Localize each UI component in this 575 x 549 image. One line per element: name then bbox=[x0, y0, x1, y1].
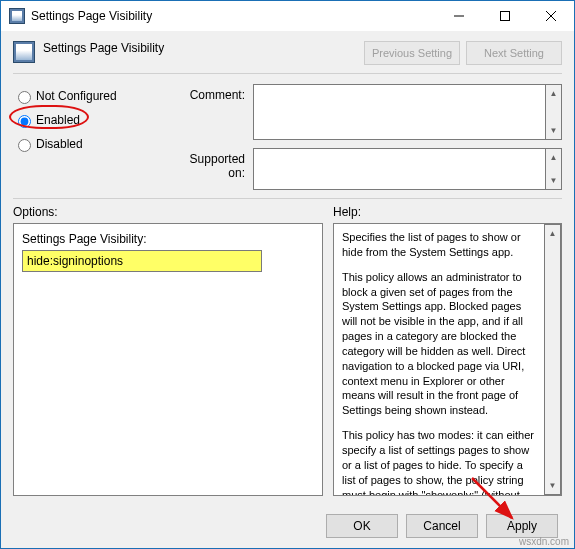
help-header-label: Help: bbox=[333, 205, 562, 219]
radio-disabled-input[interactable] bbox=[18, 139, 31, 152]
app-icon bbox=[9, 8, 25, 24]
apply-button[interactable]: Apply bbox=[486, 514, 558, 538]
maximize-button[interactable] bbox=[482, 1, 528, 31]
radio-enabled-input[interactable] bbox=[18, 115, 31, 128]
help-paragraph: This policy has two modes: it can either… bbox=[342, 428, 536, 495]
options-pane: Settings Page Visibility: bbox=[13, 223, 323, 496]
supported-scrollbar[interactable]: ▲ ▼ bbox=[545, 148, 562, 190]
help-scrollbar[interactable]: ▲ ▼ bbox=[544, 224, 561, 495]
help-text: Specifies the list of pages to show or h… bbox=[334, 224, 544, 495]
scroll-up-icon[interactable]: ▲ bbox=[545, 225, 560, 242]
watermark: wsxdn.com bbox=[519, 536, 569, 547]
radio-label: Not Configured bbox=[36, 89, 117, 103]
help-paragraph: This policy allows an administrator to b… bbox=[342, 270, 536, 418]
options-field-label: Settings Page Visibility: bbox=[22, 232, 314, 246]
scroll-track[interactable] bbox=[546, 102, 561, 122]
settings-visibility-input[interactable] bbox=[22, 250, 262, 272]
previous-setting-button[interactable]: Previous Setting bbox=[364, 41, 460, 65]
radio-label: Enabled bbox=[36, 113, 80, 127]
radio-enabled[interactable]: Enabled bbox=[13, 108, 173, 132]
comment-label: Comment: bbox=[173, 84, 253, 102]
supported-textarea bbox=[253, 148, 545, 190]
next-setting-button[interactable]: Next Setting bbox=[466, 41, 562, 65]
minimize-button[interactable] bbox=[436, 1, 482, 31]
comment-textarea[interactable] bbox=[253, 84, 545, 140]
radio-label: Disabled bbox=[36, 137, 83, 151]
scroll-down-icon[interactable]: ▼ bbox=[546, 122, 561, 139]
scroll-up-icon[interactable]: ▲ bbox=[546, 85, 561, 102]
radio-disabled[interactable]: Disabled bbox=[13, 132, 173, 156]
header-section: Settings Page Visibility Previous Settin… bbox=[1, 31, 574, 73]
help-pane: Specifies the list of pages to show or h… bbox=[333, 223, 562, 496]
titlebar: Settings Page Visibility bbox=[1, 1, 574, 31]
cancel-button[interactable]: Cancel bbox=[406, 514, 478, 538]
policy-icon bbox=[13, 41, 35, 63]
scroll-down-icon[interactable]: ▼ bbox=[545, 477, 560, 494]
state-radios: Not Configured Enabled Disabled bbox=[13, 84, 173, 198]
radio-not-configured-input[interactable] bbox=[18, 91, 31, 104]
supported-label: Supported on: bbox=[173, 148, 253, 180]
scroll-down-icon[interactable]: ▼ bbox=[546, 172, 561, 189]
scroll-track[interactable] bbox=[545, 242, 560, 477]
policy-window: Settings Page Visibility Settings Page V… bbox=[0, 0, 575, 549]
options-header-label: Options: bbox=[13, 205, 333, 219]
ok-button[interactable]: OK bbox=[326, 514, 398, 538]
help-paragraph: Specifies the list of pages to show or h… bbox=[342, 230, 536, 260]
scroll-up-icon[interactable]: ▲ bbox=[546, 149, 561, 166]
radio-not-configured[interactable]: Not Configured bbox=[13, 84, 173, 108]
policy-subtitle: Settings Page Visibility bbox=[43, 41, 364, 55]
dialog-buttons: OK Cancel Apply bbox=[1, 504, 574, 548]
comment-scrollbar[interactable]: ▲ ▼ bbox=[545, 84, 562, 140]
svg-rect-0 bbox=[501, 12, 510, 21]
close-button[interactable] bbox=[528, 1, 574, 31]
window-title: Settings Page Visibility bbox=[31, 1, 436, 31]
